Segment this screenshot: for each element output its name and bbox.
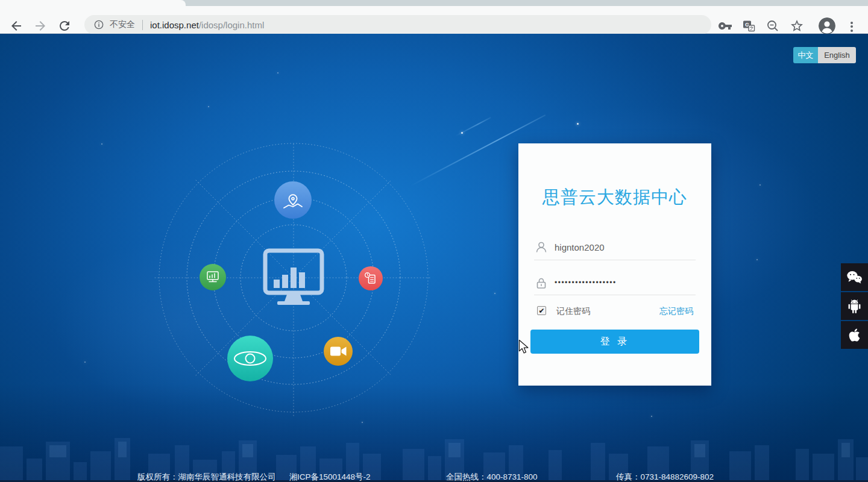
map-pin-icon	[274, 181, 312, 219]
browser-menu-icon[interactable]	[848, 20, 856, 32]
active-tab[interactable]	[0, 0, 186, 6]
footer-icp: 湘ICP备15001448号-2	[289, 472, 371, 481]
apple-icon[interactable]	[841, 321, 868, 349]
star-dot	[101, 143, 102, 145]
language-toggle: 中文 English	[793, 47, 856, 63]
profile-avatar-icon[interactable]	[819, 17, 835, 34]
username-field[interactable]: hignton2020	[534, 235, 696, 260]
remember-label: 记住密码	[556, 306, 590, 317]
key-icon[interactable]	[718, 19, 732, 33]
url-divider	[142, 20, 143, 30]
eye-icon	[227, 336, 273, 381]
lang-chinese-button[interactable]: 中文	[793, 47, 818, 63]
login-page: 中文 English 思普云大数据中心 hignton2020 ••••••••…	[0, 34, 868, 482]
url-host: iot.idosp.net	[150, 20, 199, 30]
tab-strip	[0, 0, 868, 6]
light-beam	[455, 117, 491, 137]
city-skyline	[0, 433, 868, 480]
reload-icon[interactable]	[57, 19, 72, 33]
browser-toolbar: 不安全 iot.idosp.net/idosp/login.html G	[0, 6, 868, 34]
star-dot	[84, 362, 86, 363]
username-value[interactable]: hignton2020	[555, 242, 605, 252]
security-label: 不安全	[110, 19, 135, 30]
lang-english-button[interactable]: English	[818, 47, 856, 63]
android-icon[interactable]	[841, 292, 868, 320]
star-dot	[756, 259, 758, 260]
bookmark-star-icon[interactable]	[790, 19, 804, 33]
star-dot	[760, 184, 761, 186]
footer-copyright: 版权所有：湖南华辰智通科技有限公司湘ICP备15001448号-2	[137, 472, 371, 482]
star-dot	[651, 416, 652, 417]
address-bar[interactable]: 不安全 iot.idosp.net/idosp/login.html	[84, 15, 711, 34]
back-icon[interactable]	[9, 19, 24, 33]
video-camera-icon	[324, 337, 353, 366]
person-icon	[534, 240, 549, 254]
zoom-out-icon[interactable]	[766, 19, 780, 33]
login-card: 思普云大数据中心 hignton2020 •••••••••••••••••• …	[518, 143, 711, 386]
radar-graphic	[143, 127, 444, 428]
password-masked-value[interactable]: ••••••••••••••••••	[555, 278, 617, 287]
report-doc-icon	[359, 266, 383, 290]
star-dot	[208, 106, 209, 107]
forward-icon[interactable]	[33, 19, 48, 33]
footer-fax: 传真：0731-84882609-802	[616, 472, 714, 482]
star-dot	[577, 123, 579, 125]
remember-checkbox[interactable]: ✔	[537, 306, 546, 315]
translate-icon[interactable]: G	[741, 19, 756, 33]
login-button[interactable]: 登 录	[530, 330, 699, 354]
url-path: /idosp/login.html	[199, 20, 264, 30]
info-icon[interactable]	[93, 19, 105, 31]
password-field[interactable]: ••••••••••••••••••	[534, 271, 696, 295]
lock-icon	[534, 276, 549, 290]
login-title: 思普云大数据中心	[518, 186, 711, 210]
browser-window: 不安全 iot.idosp.net/idosp/login.html G	[0, 0, 868, 482]
forgot-password-link[interactable]: 忘记密码	[659, 306, 693, 317]
monitor-chart-icon	[200, 264, 226, 290]
wechat-icon[interactable]	[841, 263, 868, 291]
star-dot	[277, 72, 278, 74]
footer-hotline: 全国热线：400-8731-800	[446, 472, 538, 482]
star-dot	[494, 293, 495, 294]
remember-row: ✔ 记住密码 忘记密码	[537, 306, 693, 318]
